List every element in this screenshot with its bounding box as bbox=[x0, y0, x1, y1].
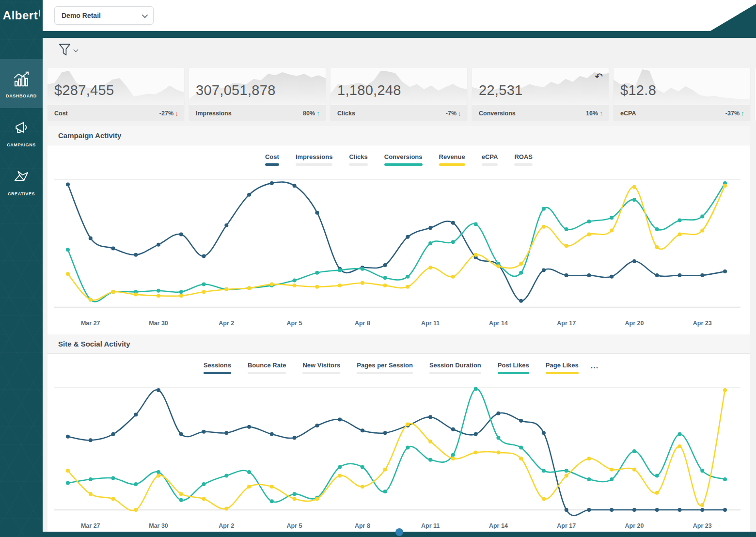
tab-underline bbox=[384, 163, 423, 166]
x-axis-label: Apr 8 bbox=[346, 320, 379, 327]
kpi-change-value: 80% bbox=[303, 110, 315, 117]
arrow-up-icon: ↑ bbox=[741, 110, 744, 117]
kpi-change-value: -7% bbox=[446, 110, 457, 117]
tab-underline bbox=[514, 163, 533, 166]
tab-underline bbox=[296, 163, 333, 166]
funnel-filter-icon bbox=[58, 43, 71, 57]
header-accent-strip bbox=[43, 31, 756, 38]
refresh-icon[interactable]: ↶ bbox=[595, 71, 603, 82]
app-logo: Albert bbox=[0, 0, 43, 31]
chevron-down-icon bbox=[142, 12, 148, 18]
kpi-value: 307,051,878 bbox=[196, 82, 276, 98]
kpi-card-clicks[interactable]: 1,180,248Clicks-7%↓ bbox=[331, 68, 467, 121]
tab-sessions[interactable]: Sessions bbox=[197, 362, 237, 381]
dashboard-chart-icon bbox=[12, 70, 31, 88]
tab-underline bbox=[265, 163, 279, 166]
x-axis-label: Mar 27 bbox=[74, 522, 108, 529]
arrow-down-icon: ↓ bbox=[458, 110, 461, 117]
metric-tabs: CostImpressionsClicksConversionsRevenuee… bbox=[47, 145, 750, 173]
kpi-card-ecpa[interactable]: $12.8eCPA-37%↑ bbox=[614, 68, 750, 121]
scroll-indicator-dot[interactable] bbox=[395, 528, 403, 536]
x-axis-label: Apr 20 bbox=[617, 320, 651, 327]
chevron-down-icon bbox=[74, 47, 79, 52]
x-axis-label: Apr 11 bbox=[413, 320, 447, 327]
site-social-activity-section: Site & Social Activity SessionsBounce Ra… bbox=[47, 334, 750, 537]
site-social-activity-chart: Mar 27Mar 30Apr 2Apr 5Apr 8Apr 11Apr 14A… bbox=[47, 381, 750, 533]
tab-label: Conversions bbox=[384, 153, 423, 160]
tab-pages-per-session[interactable]: Pages per Session bbox=[350, 362, 419, 381]
kpi-label: Cost bbox=[54, 110, 68, 117]
kpi-label: Clicks bbox=[337, 110, 355, 117]
line-chart-canvas bbox=[47, 381, 744, 521]
kpi-label: Impressions bbox=[196, 110, 232, 117]
tab-revenue[interactable]: Revenue bbox=[433, 153, 472, 173]
kpi-footer: eCPA-37%↑ bbox=[614, 105, 750, 121]
footer-bar bbox=[43, 532, 756, 537]
tab-underline bbox=[482, 163, 498, 166]
campaign-activity-chart: Mar 27Mar 30Apr 2Apr 5Apr 8Apr 11Apr 14A… bbox=[47, 173, 750, 331]
x-axis-labels: Mar 27Mar 30Apr 2Apr 5Apr 8Apr 11Apr 14A… bbox=[47, 318, 750, 331]
more-tabs-button[interactable]: ... bbox=[589, 362, 600, 381]
kpi-footer: Cost-27%↓ bbox=[47, 105, 184, 121]
series-line-page-likes bbox=[68, 390, 725, 511]
x-axis-label: Apr 23 bbox=[685, 320, 719, 327]
tab-post-likes[interactable]: Post Likes bbox=[491, 362, 536, 381]
x-axis-label: Apr 14 bbox=[481, 522, 515, 529]
tab-label: New Visitors bbox=[302, 362, 340, 369]
x-axis-label: Mar 27 bbox=[74, 320, 108, 327]
account-dropdown[interactable]: Demo Retail bbox=[54, 6, 154, 25]
kpi-change: 80%↑ bbox=[303, 110, 320, 117]
sidebar-item-label: CREATIVES bbox=[0, 191, 43, 196]
tab-label: ROAS bbox=[514, 153, 533, 160]
kpi-card-cost[interactable]: $287,455Cost-27%↓ bbox=[47, 68, 184, 121]
tab-cost[interactable]: Cost bbox=[259, 153, 285, 173]
kpi-value: $287,455 bbox=[54, 82, 114, 98]
x-axis-label: Apr 5 bbox=[278, 320, 312, 327]
tab-underline bbox=[204, 372, 231, 374]
tab-label: Sessions bbox=[204, 362, 231, 369]
series-line-conversions bbox=[68, 183, 725, 301]
tab-impressions[interactable]: Impressions bbox=[289, 153, 339, 173]
kpi-change: -7%↓ bbox=[446, 110, 461, 117]
origami-bird-icon bbox=[12, 168, 31, 186]
x-axis-label: Apr 23 bbox=[685, 522, 719, 529]
tab-ecpa[interactable]: eCPA bbox=[475, 153, 504, 173]
kpi-footer: Conversions16%↑ bbox=[472, 105, 609, 121]
filter-button[interactable] bbox=[58, 43, 78, 57]
tab-underline bbox=[302, 372, 340, 374]
site-social-activity-panel: SessionsBounce RateNew VisitorsPages per… bbox=[47, 354, 750, 537]
x-axis-label: Apr 17 bbox=[550, 522, 583, 529]
x-axis-label: Apr 2 bbox=[209, 522, 243, 529]
tab-label: Impressions bbox=[296, 153, 333, 160]
tab-new-visitors[interactable]: New Visitors bbox=[296, 362, 346, 381]
tab-bounce-rate[interactable]: Bounce Rate bbox=[241, 362, 292, 381]
sidebar-item-creatives[interactable]: CREATIVES bbox=[0, 157, 43, 206]
x-axis-label: Apr 20 bbox=[617, 522, 651, 529]
tab-label: Session Duration bbox=[429, 362, 481, 369]
tab-label: Clicks bbox=[349, 153, 367, 160]
tab-page-likes[interactable]: Page Likes bbox=[539, 362, 585, 381]
x-axis-label: Apr 2 bbox=[209, 320, 243, 327]
sidebar-item-campaigns[interactable]: CAMPAIGNS bbox=[0, 108, 43, 157]
arrow-down-icon: ↓ bbox=[175, 110, 178, 117]
section-title: Site & Social Activity bbox=[47, 334, 750, 354]
kpi-value: $12.8 bbox=[620, 82, 656, 98]
tab-conversions[interactable]: Conversions bbox=[378, 153, 429, 173]
sidebar-item-dashboard[interactable]: DASHBOARD bbox=[0, 59, 43, 108]
kpi-change-value: 16% bbox=[586, 110, 598, 117]
kpi-card-row: $287,455Cost-27%↓307,051,878Impressions8… bbox=[47, 68, 756, 121]
tab-session-duration[interactable]: Session Duration bbox=[423, 362, 488, 381]
tab-label: Cost bbox=[265, 153, 279, 160]
tab-label: Bounce Rate bbox=[248, 362, 286, 369]
kpi-card-conversions[interactable]: ↶22,531Conversions16%↑ bbox=[472, 68, 609, 121]
tab-underline bbox=[357, 372, 413, 374]
tab-label: eCPA bbox=[482, 153, 498, 160]
tab-clicks[interactable]: Clicks bbox=[343, 153, 374, 173]
kpi-card-impressions[interactable]: 307,051,878Impressions80%↑ bbox=[189, 68, 326, 121]
megaphone-icon bbox=[12, 119, 31, 137]
kpi-footer: Clicks-7%↓ bbox=[331, 105, 467, 121]
tab-roas[interactable]: ROAS bbox=[508, 153, 539, 173]
sidebar-item-label: DASHBOARD bbox=[0, 94, 43, 98]
tab-label: Revenue bbox=[439, 153, 465, 160]
kpi-change: -37%↑ bbox=[725, 110, 744, 117]
